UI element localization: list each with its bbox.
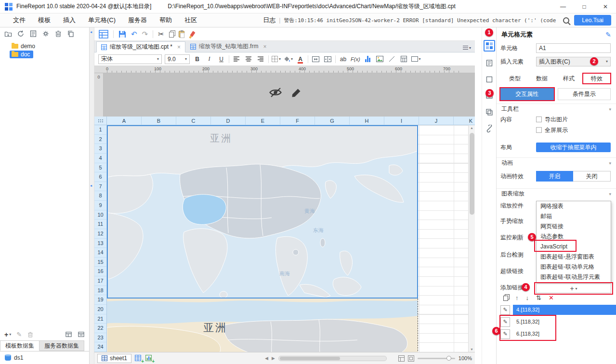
fill-color-button[interactable]: ▾	[284, 54, 293, 64]
zoom-slider-handle[interactable]	[446, 356, 451, 361]
property-tab[interactable]: 特效	[582, 73, 611, 84]
row-header[interactable]: 1	[94, 125, 106, 135]
page-view-icon[interactable]	[398, 355, 405, 362]
row-header[interactable]: 6	[94, 172, 106, 182]
align-right-button[interactable]	[256, 54, 265, 64]
property-tab[interactable]: 类型	[501, 73, 528, 84]
row-header[interactable]: 8	[94, 191, 106, 201]
chart-zoom-section-header[interactable]: 图表缩放 ▾	[497, 188, 616, 199]
column-header[interactable]: J	[419, 117, 454, 125]
insert-widget-button[interactable]: ▾	[411, 54, 421, 64]
save-button[interactable]	[118, 30, 126, 38]
row-header[interactable]: 10	[94, 210, 106, 220]
redo-button[interactable]: ↷	[142, 30, 148, 38]
insert-subreport-button[interactable]	[399, 54, 408, 64]
maximize-button[interactable]: □	[574, 0, 595, 13]
column-header[interactable]: I	[384, 117, 419, 125]
dropdown-item[interactable]: 图表超链-联动单元格	[537, 262, 611, 272]
italic-button[interactable]: I	[205, 54, 214, 64]
floating-element-panel-icon[interactable]	[484, 74, 495, 85]
menu-item[interactable]: 插入	[57, 13, 82, 27]
align-left-button[interactable]	[232, 54, 241, 64]
close-tab-icon[interactable]: ×	[177, 44, 181, 51]
scrollbar-thumb[interactable]	[470, 133, 474, 215]
tab-list-dropdown[interactable]: ▾	[463, 45, 471, 52]
property-tab[interactable]: 样式	[555, 73, 582, 84]
region-map-chart[interactable]: 亚洲 黄海 东海 南海	[107, 125, 418, 299]
edit-link-icon[interactable]: ✎	[500, 329, 510, 339]
menu-item[interactable]: 模板	[32, 13, 57, 27]
copy-button[interactable]	[169, 30, 174, 38]
animation-off-button[interactable]: 关闭	[573, 171, 611, 182]
bold-button[interactable]: B	[193, 54, 202, 64]
row-header[interactable]: 12	[94, 229, 106, 239]
select-all-corner[interactable]	[94, 117, 107, 125]
log-button[interactable]: 日志	[263, 16, 275, 25]
edit-panel-icon[interactable]: ✎	[605, 31, 611, 39]
merge-cells-button[interactable]	[311, 54, 320, 64]
delete-dataset-icon[interactable]	[27, 331, 34, 338]
animation-section-header[interactable]: 动画 ▾	[497, 157, 616, 168]
row-header[interactable]: 21	[94, 314, 106, 324]
vertical-scrollbar[interactable]: ▲ ▼	[468, 125, 475, 352]
template-web-attributes-icon[interactable]	[99, 30, 108, 39]
cut-button[interactable]: ✂	[158, 30, 164, 38]
row-header[interactable]: 24	[94, 342, 106, 352]
row-header[interactable]: 17	[94, 276, 106, 286]
scroll-down-icon[interactable]: ▼	[469, 348, 475, 351]
zoom-slider[interactable]	[418, 358, 455, 359]
menu-item[interactable]: 社区	[178, 13, 203, 27]
condition-display-panel-icon[interactable]	[484, 106, 495, 118]
add-link-button[interactable]: + ▾	[536, 284, 611, 293]
menu-item[interactable]: 帮助	[153, 13, 178, 27]
text-widget-button[interactable]: ab	[339, 54, 348, 64]
fullscreen-checkbox[interactable]	[536, 127, 542, 133]
delete-link-icon[interactable]: ✕	[549, 295, 554, 301]
property-tab[interactable]: 数据	[528, 73, 555, 84]
row-header[interactable]: 11	[94, 220, 106, 229]
menu-item[interactable]: 单元格(C)	[82, 13, 122, 27]
paste-button[interactable]	[179, 31, 184, 38]
menu-item[interactable]: 服务器	[122, 13, 153, 27]
column-header[interactable]: C	[176, 117, 211, 125]
add-grid-sheet-icon[interactable]: +	[135, 355, 142, 362]
folder-tree-item[interactable]: demo	[10, 42, 39, 50]
collapse-left-icon[interactable]: ◂	[90, 184, 92, 188]
sheet-tab[interactable]: sheet1	[97, 354, 131, 363]
insert-chart-button[interactable]	[363, 54, 372, 64]
link-list-item[interactable]: ✎ 5.[118,32]	[497, 316, 616, 328]
row-header[interactable]: 4	[94, 154, 106, 163]
document-tab[interactable]: 缩放等级_区域地图.cpt * ×	[96, 41, 185, 52]
dropdown-item[interactable]: 图表超链-联动悬浮元素	[537, 272, 611, 282]
scroll-up-icon[interactable]: ▲	[469, 126, 475, 130]
collapse-left-icon[interactable]: ◂	[90, 30, 92, 34]
column-header[interactable]: H	[350, 117, 384, 125]
scroll-right-icon[interactable]: ▶	[272, 356, 275, 361]
row-header[interactable]: 18	[94, 286, 106, 296]
underline-button[interactable]: U	[217, 54, 226, 64]
dataset-tab[interactable]: 模板数据集	[0, 340, 39, 351]
settings-icon[interactable]	[42, 30, 50, 38]
dropdown-item[interactable]: 邮箱	[537, 211, 611, 221]
dataset-tab[interactable]: 服务器数据集	[39, 340, 84, 351]
move-down-icon[interactable]: ↓	[526, 295, 529, 301]
row-header[interactable]: 15	[94, 258, 106, 267]
refresh-icon[interactable]	[17, 30, 25, 38]
align-center-button[interactable]	[244, 54, 253, 64]
dataset-item[interactable]: ds1	[5, 354, 84, 361]
user-account-button[interactable]: Leo.Tsai	[574, 15, 611, 26]
column-header[interactable]: F	[280, 117, 315, 125]
minimize-button[interactable]: —	[552, 0, 574, 13]
cell-element-panel-icon[interactable]	[484, 40, 495, 52]
unmerge-cells-button[interactable]	[323, 54, 332, 64]
edit-link-icon[interactable]: ✎	[500, 317, 510, 327]
format-painter-button[interactable]	[189, 31, 196, 37]
add-chart-sheet-icon[interactable]: +	[145, 355, 153, 362]
dropdown-item[interactable]: JavaScript	[537, 242, 611, 252]
spreadsheet[interactable]: ABCDEFGHIJK 1234567891011121314151617181…	[94, 117, 475, 352]
search-icon[interactable]	[563, 17, 569, 24]
new-folder-icon[interactable]	[4, 30, 12, 38]
interaction-attributes-tab[interactable]: 交互属性	[500, 88, 554, 100]
row-header[interactable]: 22	[94, 324, 106, 333]
insert-slope-line-button[interactable]	[387, 54, 396, 64]
